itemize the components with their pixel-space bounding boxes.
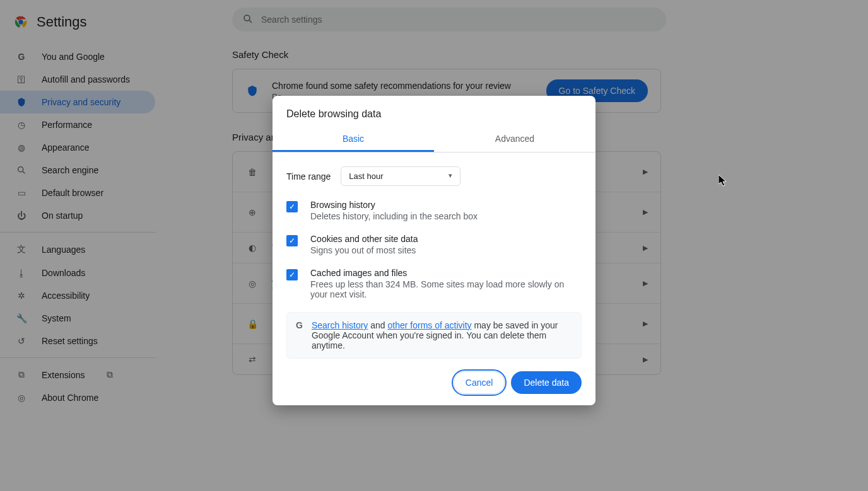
cancel-button[interactable]: Cancel bbox=[454, 371, 505, 394]
checkbox-cookies[interactable]: ✓ bbox=[286, 235, 298, 246]
search-history-link[interactable]: Search history bbox=[312, 320, 368, 330]
google-g-icon: G bbox=[296, 320, 303, 330]
check-title: Browsing history bbox=[310, 200, 478, 210]
tab-basic[interactable]: Basic bbox=[273, 127, 434, 152]
check-desc: Deletes history, including in the search… bbox=[310, 211, 478, 221]
check-desc: Signs you out of most sites bbox=[310, 245, 418, 255]
modal-overlay[interactable]: Delete browsing data Basic Advanced Time… bbox=[0, 0, 868, 491]
checkbox-browsing-history[interactable]: ✓ bbox=[286, 201, 298, 212]
delete-data-button[interactable]: Delete data bbox=[511, 371, 582, 394]
time-range-select[interactable]: Last hour bbox=[341, 166, 460, 186]
check-desc: Frees up less than 324 MB. Some sites ma… bbox=[310, 279, 582, 299]
dialog-tabs: Basic Advanced bbox=[273, 127, 595, 153]
delete-browsing-data-dialog: Delete browsing data Basic Advanced Time… bbox=[273, 96, 595, 405]
tab-advanced[interactable]: Advanced bbox=[434, 127, 595, 152]
check-title: Cookies and other site data bbox=[310, 234, 418, 244]
dialog-title: Delete browsing data bbox=[273, 96, 595, 127]
checkbox-cached[interactable]: ✓ bbox=[286, 269, 298, 280]
time-range-label: Time range bbox=[286, 171, 331, 182]
check-title: Cached images and files bbox=[310, 268, 582, 278]
other-activity-link[interactable]: other forms of activity bbox=[388, 320, 472, 330]
time-range-value: Last hour bbox=[349, 171, 383, 181]
google-account-info: G Search history and other forms of acti… bbox=[286, 312, 582, 359]
